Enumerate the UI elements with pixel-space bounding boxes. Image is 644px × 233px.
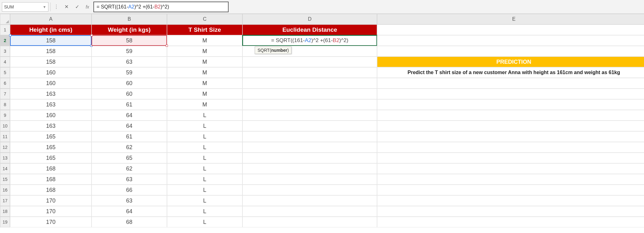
- row-header[interactable]: 18: [0, 206, 10, 217]
- fx-icon[interactable]: fx: [83, 4, 92, 9]
- cell[interactable]: 59: [92, 67, 167, 78]
- cell[interactable]: 64: [92, 121, 167, 131]
- col-header-D[interactable]: D: [242, 14, 377, 24]
- cell-D2-editing[interactable]: = SQRT((161-A2)^2 +(61-B2)^2): [242, 35, 377, 46]
- cell[interactable]: [377, 121, 644, 131]
- row-header[interactable]: 12: [0, 142, 10, 153]
- table-header[interactable]: Weight (in kgs): [92, 24, 167, 35]
- cell[interactable]: L: [167, 163, 242, 174]
- row-header[interactable]: 19: [0, 217, 10, 227]
- row-header[interactable]: 11: [0, 131, 10, 142]
- cell[interactable]: 160: [10, 78, 92, 89]
- cell[interactable]: 63: [92, 195, 167, 206]
- formula-input[interactable]: = SQRT((161-A2)^2 +(61-B2)^2): [93, 2, 229, 12]
- cell[interactable]: [377, 142, 644, 153]
- row-header[interactable]: 16: [0, 185, 10, 195]
- cell[interactable]: [242, 153, 377, 163]
- cell[interactable]: [242, 67, 377, 78]
- row-header[interactable]: 15: [0, 174, 10, 185]
- cell[interactable]: M: [167, 46, 242, 57]
- cell-C2[interactable]: M: [167, 35, 242, 46]
- cell[interactable]: [242, 110, 377, 121]
- cell[interactable]: [377, 163, 644, 174]
- cell[interactable]: L: [167, 206, 242, 217]
- table-header[interactable]: T Shirt Size: [167, 24, 242, 35]
- cell[interactable]: 165: [10, 131, 92, 142]
- cell[interactable]: 165: [10, 142, 92, 153]
- cell[interactable]: 158: [10, 46, 92, 57]
- cell[interactable]: 163: [10, 121, 92, 131]
- cell[interactable]: [377, 217, 644, 227]
- cell[interactable]: L: [167, 142, 242, 153]
- cell[interactable]: 59: [92, 46, 167, 57]
- col-header-C[interactable]: C: [167, 14, 242, 24]
- row-header[interactable]: 13: [0, 153, 10, 163]
- cell[interactable]: M: [167, 78, 242, 89]
- cell[interactable]: 160: [10, 67, 92, 78]
- cell[interactable]: 170: [10, 195, 92, 206]
- cell[interactable]: M: [167, 67, 242, 78]
- prediction-text[interactable]: Predict the T shirt size of a new custom…: [377, 67, 644, 78]
- row-header[interactable]: 5: [0, 67, 10, 78]
- cell[interactable]: [377, 195, 644, 206]
- name-box[interactable]: SUM ▼: [2, 2, 48, 12]
- cell[interactable]: 68: [92, 217, 167, 227]
- range-handle[interactable]: [91, 34, 93, 36]
- cell[interactable]: [242, 142, 377, 153]
- cell[interactable]: 61: [92, 131, 167, 142]
- cell[interactable]: [377, 131, 644, 142]
- cell[interactable]: [242, 57, 377, 67]
- cell[interactable]: 168: [10, 185, 92, 195]
- cell[interactable]: [377, 110, 644, 121]
- cell[interactable]: [377, 153, 644, 163]
- cell[interactable]: 170: [10, 206, 92, 217]
- cell[interactable]: 163: [10, 99, 92, 110]
- cell[interactable]: [242, 185, 377, 195]
- cell[interactable]: 158: [10, 57, 92, 67]
- cell[interactable]: [242, 121, 377, 131]
- cell[interactable]: 62: [92, 142, 167, 153]
- cell[interactable]: 170: [10, 217, 92, 227]
- cell[interactable]: 63: [92, 174, 167, 185]
- cell[interactable]: L: [167, 121, 242, 131]
- cell[interactable]: [242, 195, 377, 206]
- cell[interactable]: [377, 206, 644, 217]
- cell[interactable]: [377, 35, 644, 46]
- cell[interactable]: 62: [92, 163, 167, 174]
- row-header[interactable]: 6: [0, 78, 10, 89]
- cell[interactable]: M: [167, 99, 242, 110]
- cell[interactable]: 65: [92, 153, 167, 163]
- cell[interactable]: 168: [10, 163, 92, 174]
- row-header[interactable]: 14: [0, 163, 10, 174]
- col-header-B[interactable]: B: [92, 14, 167, 24]
- cell[interactable]: L: [167, 217, 242, 227]
- cell[interactable]: 61: [92, 99, 167, 110]
- cell[interactable]: L: [167, 195, 242, 206]
- cell[interactable]: 66: [92, 185, 167, 195]
- cell[interactable]: [242, 99, 377, 110]
- cell[interactable]: L: [167, 153, 242, 163]
- chevron-down-icon[interactable]: ▼: [43, 5, 46, 9]
- cell[interactable]: L: [167, 185, 242, 195]
- cell[interactable]: [242, 217, 377, 227]
- cell-B2[interactable]: 58: [92, 35, 167, 46]
- row-header[interactable]: 8: [0, 99, 10, 110]
- cell[interactable]: [377, 185, 644, 195]
- enter-button[interactable]: ✓: [73, 3, 81, 11]
- cell[interactable]: [377, 89, 644, 99]
- table-header[interactable]: Height (in cms): [10, 24, 92, 35]
- cell[interactable]: [377, 99, 644, 110]
- cell[interactable]: 163: [10, 89, 92, 99]
- more-icon[interactable]: ⋮: [53, 4, 60, 10]
- row-header[interactable]: 3: [0, 46, 10, 57]
- cell-A2[interactable]: 158: [10, 35, 92, 46]
- cell[interactable]: [242, 206, 377, 217]
- prediction-header[interactable]: PREDICTION: [377, 57, 644, 67]
- cell[interactable]: [242, 89, 377, 99]
- row-header[interactable]: 9: [0, 110, 10, 121]
- row-header[interactable]: 4: [0, 57, 10, 67]
- cell[interactable]: L: [167, 131, 242, 142]
- cell[interactable]: L: [167, 110, 242, 121]
- cell[interactable]: 168: [10, 174, 92, 185]
- cell[interactable]: [377, 46, 644, 57]
